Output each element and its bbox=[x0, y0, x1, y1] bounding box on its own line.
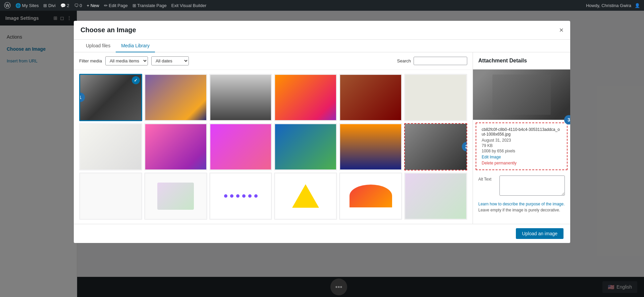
admin-bar-bubbles[interactable]: 🗨 0 bbox=[74, 3, 82, 8]
attachment-filesize: 79 KB bbox=[482, 143, 561, 148]
admin-bar-user[interactable]: Howdy, Christina Gwira bbox=[586, 3, 631, 8]
attachment-help-text: Learn how to describe the purpose of the… bbox=[473, 201, 570, 216]
modal-title: Choose an Image bbox=[80, 26, 136, 34]
media-grid: ✓ 1 bbox=[79, 74, 467, 220]
modal-header: Choose an Image × bbox=[74, 21, 570, 40]
media-item-13[interactable] bbox=[79, 172, 142, 220]
media-item-1[interactable]: ✓ 1 bbox=[79, 74, 142, 121]
media-item-9[interactable] bbox=[209, 123, 272, 170]
media-item-8[interactable] bbox=[144, 123, 207, 170]
media-item-18[interactable] bbox=[404, 172, 467, 220]
admin-bar-avatar: 👤 bbox=[635, 3, 640, 8]
search-area: Search bbox=[397, 57, 467, 65]
alt-text-row: Alt Text bbox=[478, 176, 565, 196]
admin-bar: ⓦ 🌐 My Sites ⊞ Divi 💬 2 🗨 0 + New ✏ Edit… bbox=[0, 0, 644, 11]
filter-label: Filter media bbox=[79, 58, 102, 63]
media-item-2[interactable] bbox=[144, 74, 207, 121]
date-filter[interactable]: All dates August 2023 July 2023 bbox=[151, 56, 189, 65]
help-text-normal: Leave empty if the image is purely decor… bbox=[478, 208, 560, 212]
admin-bar-divi[interactable]: ⊞ Divi bbox=[43, 3, 55, 8]
media-item-10[interactable] bbox=[274, 123, 337, 170]
learn-how-link[interactable]: Learn how to describe the purpose of the… bbox=[478, 202, 565, 206]
admin-bar-translatepage[interactable]: ⊞ Translate Page bbox=[132, 3, 167, 8]
media-item-12[interactable]: 2 bbox=[404, 123, 467, 170]
attachment-panel: Attachment Details 3 cb82fc0f-c8b0-4110-… bbox=[473, 52, 570, 224]
attachment-dimensions: 1008 by 656 pixels bbox=[482, 149, 561, 153]
edit-image-link[interactable]: Edit Image bbox=[482, 155, 561, 159]
admin-bar-editpage[interactable]: ✏ Edit Page bbox=[104, 3, 128, 8]
admin-bar-left: ⓦ 🌐 My Sites ⊞ Divi 💬 2 🗨 0 + New ✏ Edit… bbox=[4, 1, 581, 10]
media-item-3[interactable] bbox=[209, 74, 272, 121]
modal-body: Filter media All media items Images Audi… bbox=[74, 52, 570, 224]
media-item-6[interactable] bbox=[404, 74, 467, 121]
media-area: Filter media All media items Images Audi… bbox=[74, 52, 473, 224]
modal-overlay: Choose an Image × Upload files Media Lib… bbox=[0, 11, 644, 297]
admin-bar-comments[interactable]: 💬 2 bbox=[60, 3, 69, 8]
media-type-filter[interactable]: All media items Images Audio Video bbox=[105, 56, 148, 65]
media-item-5[interactable] bbox=[339, 74, 402, 121]
modal-tabs: Upload files Media Library bbox=[74, 40, 570, 52]
attachment-info: cb82fc0f-c8b0-4110-b4c4-3053113addca_out… bbox=[476, 122, 568, 170]
attachment-alt-text-field: Alt Text bbox=[473, 173, 570, 201]
tab-upload-files[interactable]: Upload files bbox=[80, 40, 116, 52]
alt-text-input[interactable] bbox=[499, 176, 565, 196]
media-item-16[interactable] bbox=[274, 172, 337, 220]
modal-footer: Upload an image bbox=[74, 224, 570, 243]
media-item-7[interactable] bbox=[79, 123, 142, 170]
search-input[interactable] bbox=[414, 57, 467, 65]
admin-bar-exitbuilder[interactable]: Exit Visual Builder bbox=[171, 3, 207, 8]
search-label: Search bbox=[397, 58, 411, 63]
filter-bar: Filter media All media items Images Audi… bbox=[74, 52, 473, 70]
media-item-15[interactable] bbox=[209, 172, 272, 220]
admin-bar-mysites[interactable]: 🌐 My Sites bbox=[15, 3, 39, 8]
modal-close-button[interactable]: × bbox=[559, 27, 564, 34]
media-item-14[interactable] bbox=[144, 172, 207, 220]
media-modal: Choose an Image × Upload files Media Lib… bbox=[74, 21, 570, 243]
wp-logo-icon[interactable]: ⓦ bbox=[4, 1, 11, 10]
delete-permanently-link[interactable]: Delete permanently bbox=[482, 161, 561, 165]
media-item-4[interactable] bbox=[274, 74, 337, 121]
attachment-panel-title: Attachment Details bbox=[473, 52, 570, 69]
upload-image-button[interactable]: Upload an image bbox=[516, 228, 564, 239]
media-item-11[interactable] bbox=[339, 123, 402, 170]
attachment-filename: cb82fc0f-c8b0-4110-b4c4-3053113addca_out… bbox=[482, 127, 561, 137]
media-grid-wrapper: ✓ 1 bbox=[74, 70, 473, 224]
media-item-17[interactable] bbox=[339, 172, 402, 220]
alt-text-label: Alt Text bbox=[478, 176, 497, 182]
selected-checkmark: ✓ bbox=[132, 76, 140, 84]
admin-bar-new[interactable]: + New bbox=[87, 3, 99, 8]
attachment-thumbnail bbox=[473, 69, 570, 120]
tab-media-library[interactable]: Media Library bbox=[116, 40, 155, 52]
admin-bar-right: Howdy, Christina Gwira 👤 bbox=[586, 3, 640, 8]
attachment-date: August 31, 2023 bbox=[482, 138, 561, 143]
